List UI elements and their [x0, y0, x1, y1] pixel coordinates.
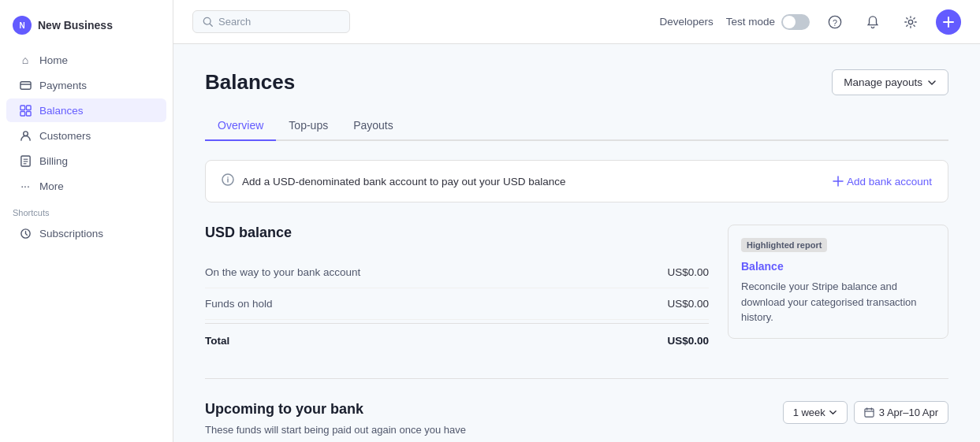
- banner-left: Add a USD-denominated bank account to pa…: [222, 173, 566, 189]
- upcoming-description: These funds will start being paid out ag…: [205, 422, 489, 442]
- svg-rect-24: [865, 409, 874, 417]
- search-icon: [203, 17, 214, 28]
- sidebar-item-home-label: Home: [39, 54, 68, 66]
- tab-topups[interactable]: Top-ups: [276, 111, 341, 141]
- balance-row-total: Total US$0.00: [205, 323, 709, 356]
- balance-main: USD balance On the way to your bank acco…: [205, 225, 709, 356]
- help-button[interactable]: ?: [822, 9, 848, 35]
- upcoming-title: Upcoming to your bank: [205, 401, 489, 418]
- upcoming-controls: 1 week 3 Apr–10 Apr: [783, 401, 948, 424]
- app-name: New Business: [38, 19, 113, 32]
- balance-row-funds-hold: Funds on hold US$0.00: [205, 288, 709, 320]
- billing-icon: [19, 154, 32, 167]
- svg-rect-0: [20, 81, 30, 88]
- balances-icon: [19, 104, 32, 117]
- svg-rect-5: [26, 111, 31, 116]
- main-area: Search Developers Test mode ?: [173, 0, 980, 442]
- svg-point-21: [227, 176, 229, 178]
- chevron-down-icon: [829, 408, 837, 417]
- sidebar-item-customers[interactable]: Customers: [6, 124, 166, 147]
- page-title: Balances: [205, 70, 295, 95]
- help-icon: ?: [828, 15, 842, 29]
- toggle-knob: [783, 16, 796, 28]
- test-mode-toggle[interactable]: [781, 14, 810, 30]
- chevron-down-icon: [927, 78, 937, 87]
- info-icon: [222, 173, 234, 189]
- more-icon: ···: [19, 180, 32, 192]
- highlighted-report-card: Highlighted report Balance Reconcile you…: [728, 225, 948, 339]
- banner-text: Add a USD-denominated bank account to pa…: [242, 176, 566, 188]
- notifications-icon: [866, 15, 880, 29]
- date-range-label: 3 Apr–10 Apr: [879, 407, 938, 418]
- section-divider: [205, 378, 948, 379]
- svg-point-6: [23, 131, 28, 136]
- date-range-button[interactable]: 3 Apr–10 Apr: [854, 401, 948, 424]
- svg-point-16: [908, 20, 912, 24]
- sidebar-item-balances[interactable]: Balances: [6, 98, 166, 122]
- sidebar-item-home[interactable]: ⌂ Home: [6, 48, 166, 72]
- sidebar-item-payments-label: Payments: [39, 80, 87, 91]
- total-amount: US$0.00: [667, 335, 709, 347]
- total-label: Total: [205, 335, 229, 347]
- svg-rect-3: [26, 105, 31, 110]
- developers-link[interactable]: Developers: [659, 16, 713, 28]
- funds-hold-label: Funds on hold: [205, 298, 273, 310]
- week-label: 1 week: [793, 407, 825, 418]
- usd-balance-title: USD balance: [205, 225, 709, 241]
- topbar-right: Developers Test mode ?: [659, 9, 961, 35]
- shortcuts-label: Shortcuts: [0, 199, 173, 221]
- add-icon: [942, 16, 955, 28]
- add-bank-label: Add bank account: [847, 176, 932, 188]
- search-bar[interactable]: Search: [192, 10, 350, 33]
- upcoming-section: Upcoming to your bank These funds will s…: [205, 401, 948, 442]
- test-mode-label: Test mode: [726, 16, 775, 28]
- manage-payouts-button[interactable]: Manage payouts: [832, 69, 948, 95]
- logo-icon: N: [13, 16, 32, 35]
- content-area: Balances Manage payouts Overview Top-ups…: [173, 44, 980, 442]
- calendar-icon: [864, 407, 874, 418]
- sidebar-item-billing[interactable]: Billing: [6, 149, 166, 173]
- upcoming-text: Upcoming to your bank These funds will s…: [205, 401, 489, 442]
- balance-layout: USD balance On the way to your bank acco…: [205, 225, 948, 356]
- on-way-label: On the way to your bank account: [205, 266, 360, 278]
- sidebar-item-customers-label: Customers: [39, 130, 91, 142]
- sidebar-item-subscriptions-label: Subscriptions: [39, 228, 103, 240]
- add-bank-account-button[interactable]: Add bank account: [833, 176, 932, 188]
- funds-hold-amount: US$0.00: [667, 298, 709, 310]
- sidebar-item-more[interactable]: ··· More: [6, 174, 166, 198]
- week-selector-button[interactable]: 1 week: [783, 401, 848, 424]
- sidebar-item-more-label: More: [39, 180, 64, 192]
- topbar: Search Developers Test mode ?: [173, 0, 980, 44]
- svg-line-13: [210, 24, 212, 26]
- svg-rect-2: [20, 105, 24, 110]
- sidebar-item-subscriptions[interactable]: Subscriptions: [6, 221, 166, 245]
- plus-icon: [833, 176, 844, 187]
- svg-rect-4: [20, 111, 24, 116]
- subscriptions-icon: [19, 227, 32, 240]
- balance-row-on-way: On the way to your bank account US$0.00: [205, 257, 709, 288]
- customers-icon: [19, 129, 32, 142]
- settings-button[interactable]: [898, 9, 923, 35]
- report-tag: Highlighted report: [741, 238, 827, 252]
- bank-account-banner: Add a USD-denominated bank account to pa…: [205, 160, 948, 202]
- report-description: Reconcile your Stripe balance and downlo…: [741, 280, 917, 323]
- sidebar-item-balances-label: Balances: [39, 105, 84, 117]
- sidebar: N New Business ⌂ Home Payments Balances …: [0, 0, 173, 442]
- notifications-button[interactable]: [860, 9, 885, 35]
- app-logo: N New Business: [0, 9, 173, 47]
- tab-overview[interactable]: Overview: [205, 111, 276, 141]
- page-header: Balances Manage payouts: [205, 69, 948, 95]
- manage-payouts-label: Manage payouts: [844, 76, 922, 88]
- report-link[interactable]: Balance: [741, 260, 935, 273]
- test-mode-toggle-row: Test mode: [726, 14, 810, 30]
- settings-icon: [904, 15, 918, 29]
- on-way-amount: US$0.00: [667, 266, 709, 278]
- tab-payouts[interactable]: Payouts: [341, 111, 406, 141]
- avatar-button[interactable]: [936, 9, 961, 35]
- tabs-bar: Overview Top-ups Payouts: [205, 111, 948, 141]
- payments-icon: [19, 79, 32, 91]
- svg-text:?: ?: [833, 17, 837, 27]
- sidebar-item-billing-label: Billing: [39, 155, 68, 167]
- sidebar-item-payments[interactable]: Payments: [6, 73, 166, 97]
- search-placeholder: Search: [218, 16, 251, 28]
